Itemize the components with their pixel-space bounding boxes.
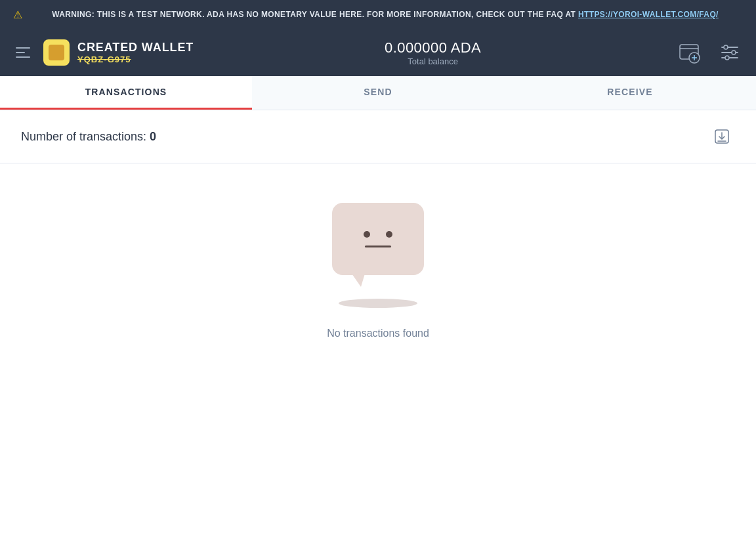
transactions-count: Number of transactions: 0 — [21, 130, 156, 144]
warning-text: WARNING: THIS IS A TEST NETWORK. ADA HAS… — [28, 10, 743, 19]
wallet-icon-inner — [49, 45, 64, 60]
header: CREATED WALLET YQBZ-G975 0.000000 ADA To… — [0, 29, 756, 76]
wallet-id: YQBZ-G975 — [77, 54, 194, 64]
export-button[interactable] — [709, 123, 735, 150]
bubble-eye-left — [364, 231, 370, 238]
tab-send[interactable]: SEND — [252, 76, 504, 110]
bubble-eye-right — [386, 231, 392, 238]
wallet-info: CREATED WALLET YQBZ-G975 — [77, 41, 194, 64]
balance-amount: 0.000000 ADA — [385, 39, 481, 56]
hamburger-line-1 — [16, 47, 30, 49]
wallet-name: CREATED WALLET — [77, 41, 194, 54]
hamburger-line-2 — [16, 52, 25, 53]
bubble-mouth — [365, 246, 391, 247]
faq-link[interactable]: HTTPS://YOROI-WALLET.COM/FAQ/ — [578, 10, 719, 19]
header-actions — [672, 35, 746, 70]
transactions-header: Number of transactions: 0 — [0, 110, 756, 163]
empty-transactions-text: No transactions found — [327, 328, 429, 339]
speech-bubble — [332, 203, 424, 275]
warning-banner: ⚠ WARNING: THIS IS A TEST NETWORK. ADA H… — [0, 0, 756, 29]
export-icon — [713, 127, 731, 146]
warning-icon: ⚠ — [13, 9, 22, 21]
hamburger-line-3 — [16, 56, 30, 58]
bubble-eyes — [364, 231, 392, 238]
tab-bar: TRANSACTIONS SEND RECEIVE — [0, 76, 756, 110]
wallet-icon — [43, 39, 70, 66]
empty-illustration — [326, 203, 430, 308]
main-content: Number of transactions: 0 — [0, 110, 756, 553]
tab-receive[interactable]: RECEIVE — [504, 76, 756, 110]
svg-point-8 — [724, 45, 728, 49]
empty-state: No transactions found — [0, 163, 756, 366]
sidebar-toggle-button[interactable] — [10, 42, 35, 63]
svg-point-10 — [725, 56, 729, 60]
balance-label: Total balance — [408, 56, 458, 66]
tab-transactions[interactable]: TRANSACTIONS — [0, 76, 252, 110]
bubble-tail — [352, 274, 365, 287]
settings-button[interactable] — [714, 37, 746, 68]
request-payment-button[interactable] — [672, 35, 706, 70]
svg-point-9 — [732, 51, 736, 54]
shadow-ellipse — [339, 299, 417, 308]
request-payment-icon — [676, 39, 702, 66]
settings-icon — [718, 41, 742, 64]
balance-section: 0.000000 ADA Total balance — [194, 39, 672, 66]
